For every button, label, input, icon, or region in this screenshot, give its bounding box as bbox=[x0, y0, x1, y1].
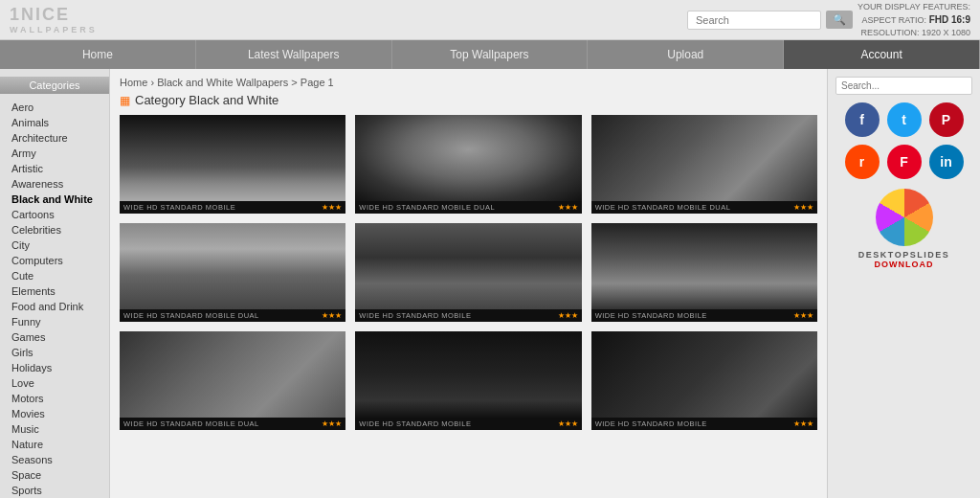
wallpaper-stars: ★★★ bbox=[558, 311, 578, 320]
wallpaper-item[interactable]: WIDE HD STANDARD MOBILE★★★ bbox=[591, 223, 817, 322]
app-logo bbox=[876, 189, 933, 246]
category-list: AeroAnimalsArchitectureArmyArtisticAware… bbox=[0, 100, 109, 498]
wallpaper-links: WIDE HD STANDARD MOBILE DUAL bbox=[595, 203, 731, 212]
cat-item-nature[interactable]: Nature bbox=[0, 437, 109, 452]
cat-item-army[interactable]: Army bbox=[0, 146, 109, 161]
facebook-icon[interactable]: f bbox=[845, 102, 880, 137]
cat-item-space[interactable]: Space bbox=[0, 467, 109, 483]
cat-item-architecture[interactable]: Architecture bbox=[0, 130, 109, 146]
wallpaper-thumbnail bbox=[591, 115, 817, 201]
cat-item-elements[interactable]: Elements bbox=[0, 283, 109, 299]
wallpaper-item[interactable]: WIDE HD STANDARD MOBILE★★★ bbox=[591, 331, 817, 430]
cat-item-motors[interactable]: Motors bbox=[0, 391, 109, 406]
nav-item-top-wallpapers[interactable]: Top Wallpapers bbox=[392, 40, 589, 69]
search-button[interactable]: 🔍 bbox=[826, 11, 853, 29]
wallpaper-links: WIDE HD STANDARD MOBILE bbox=[359, 311, 471, 320]
breadcrumb: Home › Black and White Wallpapers > Page… bbox=[120, 77, 817, 88]
cat-item-love[interactable]: Love bbox=[0, 375, 109, 391]
cat-item-food-and-drink[interactable]: Food and Drink bbox=[0, 299, 109, 314]
cat-item-seasons[interactable]: Seasons bbox=[0, 452, 109, 467]
wallpaper-links: WIDE HD STANDARD MOBILE bbox=[359, 419, 471, 428]
wallpaper-meta: WIDE HD STANDARD MOBILE DUAL★★★ bbox=[120, 309, 345, 322]
wallpaper-thumbnail bbox=[120, 331, 345, 418]
cat-item-animals[interactable]: Animals bbox=[0, 115, 109, 130]
flipboard-icon[interactable]: F bbox=[887, 145, 922, 179]
wallpaper-thumbnail bbox=[591, 331, 817, 418]
wallpaper-thumbnail bbox=[120, 223, 345, 309]
nav-item-upload[interactable]: Upload bbox=[588, 40, 784, 69]
display-info: YOUR DISPLAY FEATURES: ASPECT RATIO: FHD… bbox=[858, 1, 970, 38]
cat-item-celebrities[interactable]: Celebrities bbox=[0, 222, 109, 238]
cat-item-girls[interactable]: Girls bbox=[0, 345, 109, 360]
cat-item-games[interactable]: Games bbox=[0, 329, 109, 345]
cat-item-computers[interactable]: Computers bbox=[0, 253, 109, 268]
nav-item-home[interactable]: Home bbox=[0, 40, 196, 69]
wallpaper-item[interactable]: WIDE HD STANDARD MOBILE DUAL★★★ bbox=[120, 331, 345, 430]
wallpaper-stars: ★★★ bbox=[793, 419, 813, 428]
wallpaper-stars: ★★★ bbox=[558, 203, 578, 212]
wallpaper-stars: ★★★ bbox=[322, 203, 342, 212]
twitter-icon[interactable]: t bbox=[887, 102, 922, 137]
breadcrumb-section: Black and White Wallpapers > Page 1 bbox=[157, 77, 334, 88]
cat-item-city[interactable]: City bbox=[0, 238, 109, 253]
wallpaper-stars: ★★★ bbox=[793, 203, 813, 212]
wallpaper-meta: WIDE HD STANDARD MOBILE★★★ bbox=[120, 201, 345, 214]
categories-header: Categories bbox=[0, 77, 109, 94]
cat-item-aero[interactable]: Aero bbox=[0, 100, 109, 115]
rss-icon: ▦ bbox=[120, 94, 130, 107]
pinwheel-icon bbox=[876, 189, 933, 246]
wallpaper-meta: WIDE HD STANDARD MOBILE DUAL★★★ bbox=[120, 418, 345, 430]
category-title: ▦ Category Black and White bbox=[120, 93, 817, 107]
search-input[interactable] bbox=[687, 11, 821, 30]
nav-item-account[interactable]: Account bbox=[784, 40, 980, 69]
wallpaper-meta: WIDE HD STANDARD MOBILE★★★ bbox=[591, 309, 817, 322]
cat-item-funny[interactable]: Funny bbox=[0, 314, 109, 329]
cat-item-cute[interactable]: Cute bbox=[0, 268, 109, 283]
wallpaper-item[interactable]: WIDE HD STANDARD MOBILE★★★ bbox=[120, 115, 345, 214]
cat-item-sports[interactable]: Sports bbox=[0, 483, 109, 498]
wallpaper-links: WIDE HD STANDARD MOBILE bbox=[123, 203, 235, 212]
cat-item-music[interactable]: Music bbox=[0, 421, 109, 437]
wallpaper-grid: WIDE HD STANDARD MOBILE★★★WIDE HD STANDA… bbox=[120, 115, 817, 430]
wallpaper-stars: ★★★ bbox=[322, 419, 342, 428]
wallpaper-stars: ★★★ bbox=[793, 311, 813, 320]
wallpaper-item[interactable]: WIDE HD STANDARD MOBILE★★★ bbox=[355, 223, 581, 322]
wallpaper-thumbnail bbox=[591, 223, 817, 309]
logo-sub: WALLPAPERS bbox=[10, 25, 98, 34]
wallpaper-item[interactable]: WIDE HD STANDARD MOBILE DUAL★★★ bbox=[591, 115, 817, 214]
wallpaper-links: WIDE HD STANDARD MOBILE DUAL bbox=[123, 311, 259, 320]
cat-item-cartoons[interactable]: Cartoons bbox=[0, 207, 109, 222]
app-sub: DOWNLOAD bbox=[835, 260, 972, 269]
wallpaper-meta: WIDE HD STANDARD MOBILE★★★ bbox=[591, 418, 817, 430]
wallpaper-item[interactable]: WIDE HD STANDARD MOBILE★★★ bbox=[355, 331, 581, 430]
wallpaper-links: WIDE HD STANDARD MOBILE DUAL bbox=[359, 203, 495, 212]
reddit-icon[interactable]: r bbox=[845, 145, 880, 179]
wallpaper-thumbnail bbox=[355, 223, 581, 309]
right-search-input[interactable] bbox=[835, 77, 972, 95]
wallpaper-thumbnail bbox=[355, 115, 581, 201]
wallpaper-links: WIDE HD STANDARD MOBILE bbox=[595, 419, 707, 428]
wallpaper-meta: WIDE HD STANDARD MOBILE★★★ bbox=[355, 418, 581, 430]
cat-item-artistic[interactable]: Artistic bbox=[0, 161, 109, 176]
wallpaper-meta: WIDE HD STANDARD MOBILE★★★ bbox=[355, 309, 581, 322]
wallpaper-thumbnail bbox=[355, 331, 581, 418]
wallpaper-stars: ★★★ bbox=[558, 419, 578, 428]
breadcrumb-home[interactable]: Home bbox=[120, 77, 147, 88]
pinterest-icon[interactable]: P bbox=[929, 102, 964, 137]
wallpaper-item[interactable]: WIDE HD STANDARD MOBILE DUAL★★★ bbox=[355, 115, 581, 214]
wallpaper-meta: WIDE HD STANDARD MOBILE DUAL★★★ bbox=[591, 201, 817, 214]
wallpaper-item[interactable]: WIDE HD STANDARD MOBILE DUAL★★★ bbox=[120, 223, 345, 322]
nav-item-latest-wallpapers[interactable]: Latest Wallpapers bbox=[196, 40, 392, 69]
wallpaper-thumbnail bbox=[120, 115, 345, 201]
desktop-app: DESKTOPSLIDES DOWNLOAD bbox=[835, 189, 972, 269]
wallpaper-meta: WIDE HD STANDARD MOBILE DUAL★★★ bbox=[355, 201, 581, 214]
wallpaper-links: WIDE HD STANDARD MOBILE DUAL bbox=[123, 419, 259, 428]
wallpaper-links: WIDE HD STANDARD MOBILE bbox=[595, 311, 707, 320]
cat-item-movies[interactable]: Movies bbox=[0, 406, 109, 421]
main-nav: HomeLatest WallpapersTop WallpapersUploa… bbox=[0, 40, 980, 69]
linkedin-icon[interactable]: in bbox=[929, 145, 964, 179]
cat-item-black-and-white[interactable]: Black and White bbox=[0, 192, 109, 207]
cat-item-holidays[interactable]: Holidays bbox=[0, 360, 109, 375]
app-name: DESKTOPSLIDES bbox=[835, 250, 972, 260]
cat-item-awareness[interactable]: Awareness bbox=[0, 176, 109, 192]
